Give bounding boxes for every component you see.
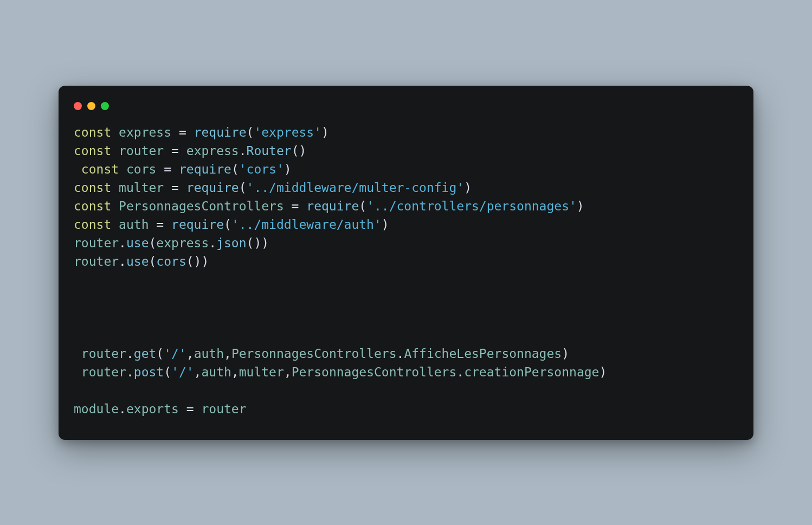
token-str: '../middleware/multer-config' <box>247 181 465 195</box>
code-line: router.use(express.json()) <box>74 236 269 250</box>
token-str: '/' <box>171 365 194 379</box>
token-fn: require <box>194 125 247 139</box>
code-line: const express = require('express') <box>74 125 329 139</box>
token-fn: require <box>306 199 359 213</box>
token-fn: require <box>171 217 224 232</box>
token-pn: ) <box>382 217 389 232</box>
token-id: auth <box>194 347 224 361</box>
token-pn: . <box>119 236 126 250</box>
token-pn: , <box>231 365 239 379</box>
token-pn: ( <box>231 162 239 176</box>
token-str: '../middleware/auth' <box>231 217 382 232</box>
token-op: = <box>156 217 164 232</box>
code-line: const cors = require('cors') <box>74 162 292 176</box>
token-pn: ) <box>321 125 329 139</box>
token-pn: . <box>239 144 247 158</box>
blank-line <box>74 308 738 326</box>
token-id: router <box>81 347 126 361</box>
token-id: module <box>74 402 119 416</box>
token-pn: , <box>284 365 292 379</box>
token-pn: . <box>397 347 404 361</box>
token-pn: ( <box>359 199 366 213</box>
token-kw: const <box>74 125 111 139</box>
token-op: = <box>171 144 179 158</box>
token-str: '../controllers/personnages' <box>366 199 577 213</box>
token-kw: const <box>81 162 119 176</box>
token-kw: const <box>74 199 111 213</box>
token-op: = <box>164 162 171 176</box>
code-line: const router = express.Router() <box>74 144 306 158</box>
token-id: router <box>201 402 246 416</box>
token-pn: ) <box>599 365 607 379</box>
token-fn: post <box>134 365 164 379</box>
token-fn: cors <box>156 254 186 268</box>
token-pn: ( <box>156 347 164 361</box>
token-op: = <box>292 199 299 213</box>
token-id: PersonnagesControllers <box>231 347 397 361</box>
token-id: express <box>186 144 239 158</box>
token-pn: ) <box>464 181 472 195</box>
token-pn: , <box>224 347 231 361</box>
blank-line <box>74 326 738 344</box>
token-pn: ( <box>247 125 254 139</box>
token-fn: require <box>179 162 231 176</box>
token-str: '/' <box>164 347 186 361</box>
token-pn: . <box>119 402 126 416</box>
token-str: 'cors' <box>239 162 284 176</box>
token-id: express <box>156 236 209 250</box>
token-id: PersonnagesControllers <box>119 199 284 213</box>
token-op: = <box>179 125 186 139</box>
token-pn: , <box>194 365 202 379</box>
token-pn: ()) <box>247 236 269 250</box>
token-pn: ) <box>577 199 584 213</box>
token-fn: json <box>216 236 246 250</box>
token-pn: ( <box>239 181 247 195</box>
token-op: = <box>186 402 194 416</box>
token-pn: () <box>292 144 307 158</box>
maximize-icon[interactable] <box>101 102 109 110</box>
code-window: const express = require('express') const… <box>59 86 753 440</box>
token-id: router <box>119 144 164 158</box>
minimize-icon[interactable] <box>87 102 95 110</box>
token-pn: ) <box>562 347 569 361</box>
code-line: router.get('/',auth,PersonnagesControlle… <box>74 347 569 361</box>
token-fn: use <box>126 236 149 250</box>
token-id: multer <box>119 181 164 195</box>
token-str: 'express' <box>254 125 321 139</box>
code-line: const multer = require('../middleware/mu… <box>74 181 472 195</box>
blank-line <box>74 381 738 400</box>
token-id: PersonnagesControllers <box>292 365 457 379</box>
code-line: router.post('/',auth,multer,PersonnagesC… <box>74 365 607 379</box>
window-titlebar <box>74 99 738 123</box>
token-id: router <box>81 365 126 379</box>
token-pn: , <box>186 347 194 361</box>
token-kw: const <box>74 217 111 232</box>
token-op: = <box>171 181 179 195</box>
close-icon[interactable] <box>74 102 82 110</box>
token-id: cors <box>126 162 156 176</box>
blank-line <box>74 271 738 289</box>
token-pn: . <box>126 365 134 379</box>
token-kw: const <box>74 181 111 195</box>
token-kw: const <box>74 144 111 158</box>
token-id: AfficheLesPersonnages <box>404 347 562 361</box>
token-pn: ( <box>149 254 157 268</box>
token-id: multer <box>239 365 284 379</box>
code-line: const PersonnagesControllers = require('… <box>74 199 584 213</box>
code-block: const express = require('express') const… <box>74 123 738 418</box>
token-pn: ( <box>164 365 171 379</box>
token-pn: . <box>456 365 464 379</box>
code-line: module.exports = router <box>74 402 247 416</box>
token-pn: . <box>209 236 216 250</box>
token-fn: Router <box>247 144 292 158</box>
token-pn: ( <box>149 236 157 250</box>
token-pn: . <box>119 254 126 268</box>
token-fn: require <box>186 181 239 195</box>
token-id: auth <box>201 365 231 379</box>
token-pn: ) <box>284 162 292 176</box>
token-fn: get <box>134 347 157 361</box>
code-line: router.use(cors()) <box>74 254 209 268</box>
token-id: auth <box>119 217 149 232</box>
blank-line <box>74 289 738 308</box>
token-id: router <box>74 236 119 250</box>
